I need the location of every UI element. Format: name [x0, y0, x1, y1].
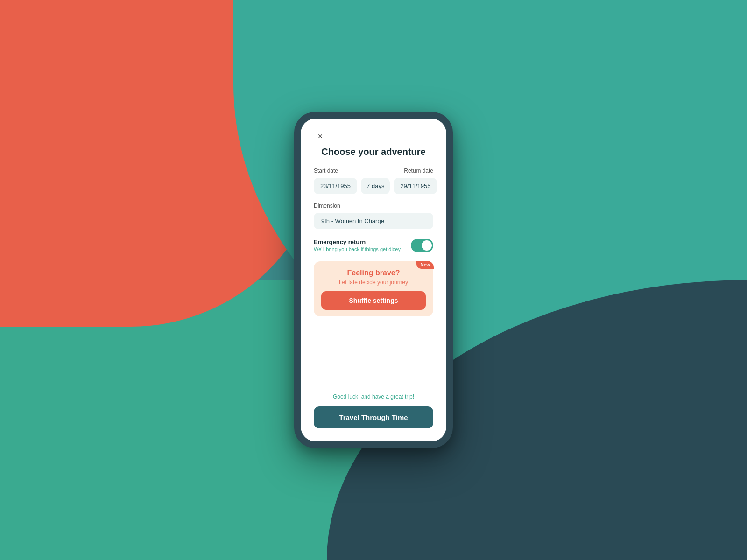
modal-content: × Choose your adventure Start date Retur… [301, 119, 446, 441]
brave-card: New Feeling brave? Let fate decide your … [314, 261, 433, 316]
emergency-toggle[interactable] [411, 239, 433, 252]
emergency-row: Emergency return We'll bring you back if… [314, 238, 433, 252]
date-labels-row: Start date Return date [314, 168, 433, 174]
days-input[interactable]: 7 days [361, 178, 390, 194]
spacer [314, 326, 433, 393]
date-section: Start date Return date 23/11/1955 7 days… [314, 168, 433, 194]
return-date-input[interactable]: 29/11/1955 [394, 178, 437, 194]
start-date-input[interactable]: 23/11/1955 [314, 178, 357, 194]
emergency-section: Emergency return We'll bring you back if… [314, 238, 433, 252]
shuffle-button[interactable]: Shuffle settings [321, 291, 426, 310]
dimension-section: Dimension 9th - Women In Charge [314, 203, 433, 229]
brave-title: Feeling brave? [321, 269, 426, 277]
toggle-knob [422, 240, 432, 251]
dimension-label: Dimension [314, 203, 433, 209]
good-luck-text: Good luck, and have a great trip! [314, 393, 433, 400]
dimension-select[interactable]: 9th - Women In Charge [314, 213, 433, 229]
new-badge: New [416, 261, 434, 269]
emergency-text: Emergency return We'll bring you back if… [314, 238, 401, 252]
phone-screen: × Choose your adventure Start date Retur… [301, 119, 446, 441]
travel-button[interactable]: Travel Through Time [314, 406, 433, 428]
start-date-label: Start date [314, 168, 404, 174]
modal-title: Choose your adventure [314, 147, 433, 157]
emergency-title: Emergency return [314, 238, 401, 245]
emergency-subtitle: We'll bring you back if things get dicey [314, 246, 401, 252]
phone-device: × Choose your adventure Start date Retur… [294, 112, 453, 448]
return-date-label: Return date [404, 168, 433, 174]
brave-subtitle: Let fate decide your journey [321, 279, 426, 286]
close-button[interactable]: × [314, 130, 327, 143]
phone-wrapper: × Choose your adventure Start date Retur… [294, 112, 453, 448]
date-inputs-row: 23/11/1955 7 days 29/11/1955 [314, 178, 433, 194]
